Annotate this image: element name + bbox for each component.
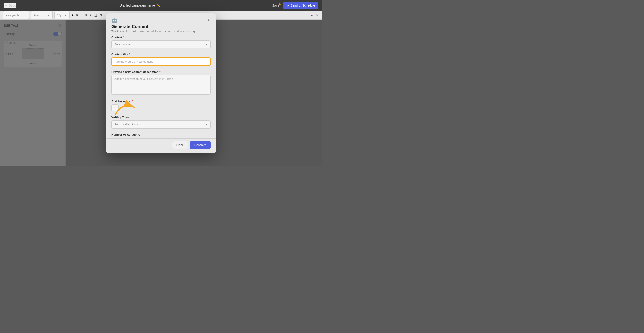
nav-right: ⋮ Save ➤ Send or Schedule [264,2,318,9]
font-size-select[interactable]: 14px [54,11,70,19]
modal-title: Generate Content [112,24,197,29]
modal-subtitle: This feature is a paid service and will … [112,30,197,33]
keywords-label: Add keywords * [112,100,210,103]
modal-header: 🤖 Generate Content This feature is a pai… [106,13,216,36]
back-arrow-icon: ← [4,3,8,7]
save-button[interactable]: Save [270,3,281,8]
back-button[interactable]: ← Back [4,3,16,8]
description-required: * [160,70,160,73]
strikethrough-button[interactable]: S [99,13,103,17]
variations-label: Number of variations [112,133,210,136]
content-title-label: Content title * [112,53,210,56]
back-label: Back [9,4,16,7]
paragraph-select[interactable]: Paragraph [3,11,29,19]
content-title-required: * [129,53,130,56]
description-label: Provide a brief content description * [112,70,210,73]
modal-close-button[interactable]: ✕ [207,17,210,23]
content-title-field-group: Content title * [112,53,210,66]
writing-tone-select[interactable]: Select writing tone Professional Casual … [112,120,210,128]
variations-field-group: Number of variations [112,133,210,136]
context-field-group: Context * Select context Blog post Socia… [112,36,210,48]
generate-content-modal: 🤖 Generate Content This feature is a pai… [106,13,216,153]
generate-button[interactable]: Generate [190,141,210,149]
description-textarea[interactable] [112,75,210,95]
font-color-icon[interactable]: A [72,13,74,17]
font-select-wrapper[interactable]: Arial ▼ [31,11,52,19]
paragraph-select-wrapper[interactable]: Paragraph ▼ [3,11,29,19]
send-schedule-label: Send or Schedule [291,4,315,7]
modal-robot-icon: 🤖 [112,17,197,23]
context-select-wrapper[interactable]: Select context Blog post Social media Em… [112,40,210,48]
edit-icon[interactable]: ✏️ [156,4,160,7]
context-label: Context * [112,36,210,39]
description-field-group: Provide a brief content description * [112,70,210,95]
top-nav-bar: ← Back Untitled campaign name ✏️ ⋮ Save … [0,0,322,11]
send-schedule-button[interactable]: ➤ Send or Schedule [283,2,318,9]
context-select[interactable]: Select context Blog post Social media Em… [112,40,210,48]
undo-redo-group: ↩ ↪ [310,13,319,17]
content-title-input[interactable] [112,57,210,66]
font-select[interactable]: Arial [31,11,52,19]
more-options-icon[interactable]: ⋮ [264,3,268,8]
modal-body: Context * Select context Blog post Socia… [106,36,216,138]
font-size-wrapper[interactable]: 14px ▼ [54,11,70,19]
context-required: * [123,36,124,39]
writing-tone-field-group: Writing Tone Select writing tone Profess… [112,116,210,128]
writing-tone-label: Writing Tone [112,116,210,119]
bold-button[interactable]: B [84,13,88,17]
clear-button[interactable]: Clear [172,141,188,149]
campaign-title-text: Untitled campaign name [120,3,155,7]
italic-button[interactable]: I [89,13,92,17]
writing-tone-select-wrapper[interactable]: Select writing tone Professional Casual … [112,120,210,128]
keywords-field-group: Add keywords * + [112,100,210,111]
toolbar-divider-1 [81,13,81,17]
modal-header-left: 🤖 Generate Content This feature is a pai… [112,17,197,33]
add-keyword-button[interactable]: + [112,104,118,111]
modal-footer: Clear Generate [106,138,216,153]
keywords-required: * [132,100,133,103]
campaign-title: Untitled campaign name ✏️ [16,3,264,7]
highlight-icon[interactable]: ✏ [76,13,78,17]
send-icon: ➤ [287,4,289,7]
underline-button[interactable]: U [94,13,98,17]
redo-button[interactable]: ↪ [315,13,319,17]
undo-button[interactable]: ↩ [310,13,314,17]
